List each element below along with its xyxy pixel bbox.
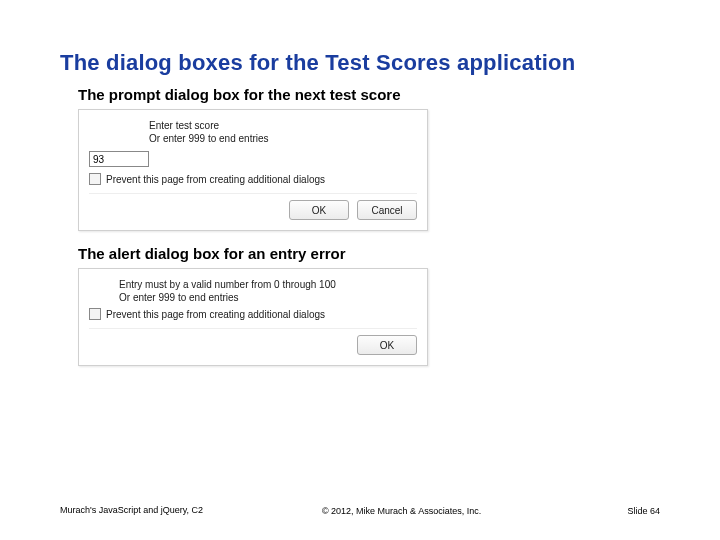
footer-right: Slide 64 [600,506,660,516]
alert-message: Entry must by a valid number from 0 thro… [119,279,417,304]
alert-line2: Or enter 999 to end entries [119,292,417,305]
cancel-button[interactable]: Cancel [357,200,417,220]
prevent-label: Prevent this page from creating addition… [106,174,325,185]
slide-title: The dialog boxes for the Test Scores app… [60,50,660,76]
alert-button-row: OK [89,328,417,355]
prompt-message: Enter test score Or enter 999 to end ent… [149,120,417,145]
ok-button[interactable]: OK [357,335,417,355]
footer: Murach's JavaScript and jQuery, C2 © 201… [60,505,660,516]
alert-prevent-label: Prevent this page from creating addition… [106,309,325,320]
ok-button[interactable]: OK [289,200,349,220]
subhead-alert: The alert dialog box for an entry error [78,245,660,262]
prompt-line2: Or enter 999 to end entries [149,133,417,146]
footer-center: © 2012, Mike Murach & Associates, Inc. [203,506,600,516]
prompt-line1: Enter test score [149,120,417,133]
alert-dialog: Entry must by a valid number from 0 thro… [78,268,428,366]
slide: The dialog boxes for the Test Scores app… [0,0,720,540]
checkbox-icon[interactable] [89,173,101,185]
alert-prevent-row: Prevent this page from creating addition… [89,308,417,320]
prompt-button-row: OK Cancel [89,193,417,220]
subhead-prompt: The prompt dialog box for the next test … [78,86,660,103]
prevent-row: Prevent this page from creating addition… [89,173,417,185]
prompt-dialog: Enter test score Or enter 999 to end ent… [78,109,428,231]
prompt-input[interactable] [89,151,149,167]
checkbox-icon[interactable] [89,308,101,320]
alert-line1: Entry must by a valid number from 0 thro… [119,279,417,292]
footer-left: Murach's JavaScript and jQuery, C2 [60,505,203,516]
